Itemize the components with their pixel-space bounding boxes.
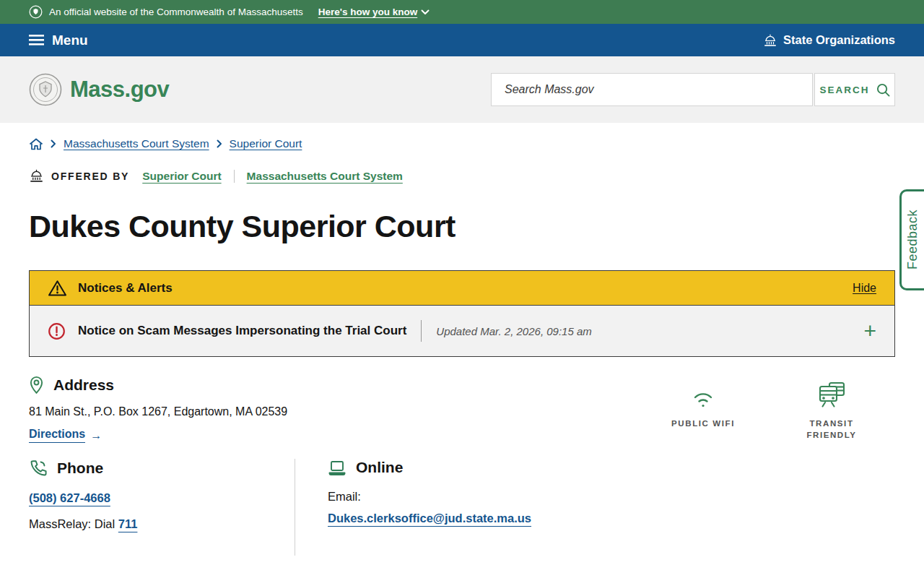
email-address-link[interactable]: Dukes.clerksoffice@jud.state.ma.us: [328, 512, 531, 525]
transit-icon: [816, 379, 847, 409]
notice-item: Notice on Scam Messages Impersonating th…: [30, 305, 894, 356]
alert-exclamation-icon: [48, 322, 66, 340]
breadcrumb-link-superior-court[interactable]: Superior Court: [230, 137, 302, 150]
vertical-divider: [234, 170, 235, 183]
wifi-icon: [689, 379, 718, 409]
search-input[interactable]: [491, 73, 813, 106]
state-organizations-link[interactable]: State Organizations: [763, 33, 895, 47]
address-text: 81 Main St., P.O. Box 1267, Edgartown, M…: [29, 405, 287, 418]
menu-button[interactable]: Menu: [29, 33, 88, 48]
address-heading: Address: [53, 376, 114, 394]
transit-friendly-badge: TRANSIT FRIENDLY: [798, 379, 865, 443]
vertical-divider: [421, 320, 422, 342]
massgov-seal-icon: [29, 73, 62, 106]
directions-link[interactable]: Directions →: [29, 428, 102, 443]
directions-label: Directions: [29, 428, 85, 443]
public-wifi-label: PUBLIC WIFI: [671, 418, 735, 430]
search-icon: [876, 83, 890, 97]
location-info-row: Address 81 Main St., P.O. Box 1267, Edga…: [29, 376, 895, 443]
page-title: Dukes County Superior Court: [29, 209, 895, 244]
main-content: Massachusetts Court System Superior Cour…: [0, 137, 924, 556]
online-header: Online: [328, 459, 531, 476]
notices-alerts-title: Notices & Alerts: [78, 281, 173, 296]
transit-friendly-label: TRANSIT FRIENDLY: [798, 418, 865, 441]
public-wifi-badge: PUBLIC WIFI: [660, 379, 746, 443]
notice-title[interactable]: Notice on Scam Messages Impersonating th…: [78, 324, 406, 338]
state-house-icon: [763, 34, 777, 47]
massrelay-label: MassRelay: Dial: [29, 517, 118, 530]
chevron-right-icon: [51, 139, 56, 148]
address-header: Address: [29, 376, 287, 394]
government-building-icon: [29, 169, 44, 183]
state-seal-icon: [29, 5, 43, 19]
phone-heading: Phone: [57, 460, 103, 477]
laptop-icon: [328, 460, 346, 476]
massrelay-711-link[interactable]: 711: [118, 517, 138, 530]
feedback-tab[interactable]: Feedback: [899, 189, 924, 290]
state-organizations-label: State Organizations: [783, 33, 895, 47]
notices-alerts-header: Notices & Alerts Hide: [30, 271, 894, 305]
search-button[interactable]: SEARCH: [814, 73, 895, 106]
main-nav-bar: Menu State Organizations: [0, 24, 924, 56]
online-section: Online Email: Dukes.clerksoffice@jud.sta…: [295, 459, 531, 556]
massgov-logo-text: Mass.gov: [70, 77, 169, 103]
chevron-down-icon: [421, 9, 430, 15]
menu-label: Menu: [52, 33, 88, 48]
phone-number-link[interactable]: (508) 627-4668: [29, 491, 110, 504]
warning-triangle-icon: [48, 280, 67, 297]
offered-by-link-court-system[interactable]: Massachusetts Court System: [247, 170, 403, 183]
official-banner: An official website of the Commonwealth …: [0, 0, 924, 24]
hamburger-icon: [29, 35, 44, 46]
expand-notice-button[interactable]: +: [863, 320, 876, 342]
contact-row: Phone (508) 627-4668 MassRelay: Dial 711: [29, 459, 895, 556]
banner-text: An official website of the Commonwealth …: [49, 7, 303, 17]
breadcrumb-link-court-system[interactable]: Massachusetts Court System: [64, 137, 209, 150]
phone-number-row: (508) 627-4668: [29, 491, 295, 505]
right-arrow-icon: →: [90, 429, 102, 442]
amenities: PUBLIC WIFI: [660, 376, 865, 443]
page: An official website of the Commonwealth …: [0, 0, 924, 578]
address-section: Address 81 Main St., P.O. Box 1267, Edga…: [29, 376, 287, 443]
offered-by-label: OFFERED BY: [51, 171, 129, 182]
breadcrumb-home-link[interactable]: [29, 138, 43, 150]
notice-updated-timestamp: Updated Mar. 2, 2026, 09:15 am: [436, 325, 591, 337]
breadcrumb: Massachusetts Court System Superior Cour…: [29, 137, 895, 150]
search-button-label: SEARCH: [819, 85, 869, 95]
phone-section: Phone (508) 627-4668 MassRelay: Dial 711: [29, 459, 295, 556]
hide-alerts-link[interactable]: Hide: [853, 282, 876, 295]
heres-how-you-know-link[interactable]: Here's how you know: [318, 7, 430, 17]
email-label: Email:: [328, 490, 531, 504]
heres-how-you-know-label: Here's how you know: [318, 7, 418, 17]
email-link-row: Dukes.clerksoffice@jud.state.ma.us: [328, 512, 531, 525]
phone-icon: [29, 459, 48, 478]
chevron-right-icon: [217, 139, 222, 148]
phone-header: Phone: [29, 459, 295, 478]
home-icon: [29, 138, 43, 150]
online-heading: Online: [356, 459, 403, 476]
map-pin-icon: [29, 376, 44, 394]
offered-by-row: OFFERED BY Superior Court Massachusetts …: [29, 169, 895, 183]
feedback-label: Feedback: [905, 210, 920, 269]
notices-alerts-panel: Notices & Alerts Hide Notice on Scam Mes…: [29, 270, 895, 357]
massgov-logo[interactable]: Mass.gov: [29, 73, 169, 106]
offered-by-link-superior-court[interactable]: Superior Court: [142, 170, 221, 183]
site-header: Mass.gov SEARCH: [0, 56, 924, 123]
search-form: SEARCH: [491, 73, 895, 106]
massrelay-row: MassRelay: Dial 711: [29, 517, 295, 531]
